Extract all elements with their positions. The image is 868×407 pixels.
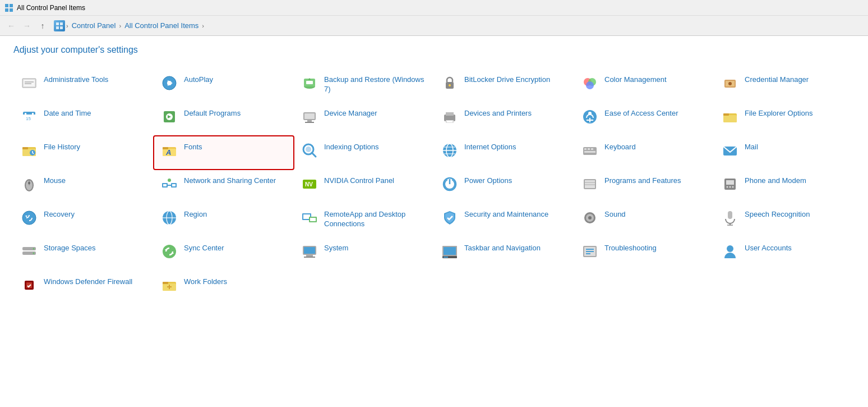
control-item-devices-printers[interactable]: Devices and Printers — [434, 102, 574, 136]
control-item-file-explorer-options[interactable]: File Explorer Options — [714, 102, 855, 136]
power-options-icon — [441, 175, 459, 193]
up-button[interactable]: ↑ — [36, 19, 49, 33]
indexing-options-label: Indexing Options — [324, 143, 379, 152]
nav-bar: ← → ↑ › Control Panel › All Control Pane… — [0, 16, 868, 36]
items-grid: Administrative ToolsAutoPlayBackup and R… — [13, 68, 855, 304]
svg-text:15: 15 — [26, 116, 31, 121]
control-item-storage-spaces[interactable]: Storage Spaces — [13, 237, 154, 271]
credential-manager-label: Credential Manager — [745, 75, 809, 85]
control-item-ease-of-access[interactable]: Ease of Access Center — [574, 102, 714, 136]
control-item-mail[interactable]: Mail — [714, 136, 855, 170]
control-item-autoplay[interactable]: AutoPlay — [154, 68, 294, 102]
svg-rect-78 — [172, 184, 176, 186]
forward-button[interactable]: → — [20, 19, 34, 33]
mail-label: Mail — [745, 143, 758, 152]
svg-point-111 — [33, 248, 35, 250]
credential-manager-icon — [721, 74, 739, 92]
control-item-speech-recognition[interactable]: Speech Recognition — [714, 203, 855, 237]
svg-point-80 — [168, 179, 171, 182]
control-item-taskbar-navigation[interactable]: Taskbar and Navigation — [434, 237, 574, 271]
control-item-date-time[interactable]: 15Date and Time — [13, 102, 154, 136]
windows-defender-label: Windows Defender Firewall — [44, 277, 132, 287]
svg-rect-17 — [306, 81, 313, 84]
control-item-nvidia-control-panel[interactable]: NVNVIDIA Control Panel — [294, 170, 434, 203]
keyboard-icon — [581, 141, 599, 159]
internet-options-icon — [441, 141, 459, 159]
breadcrumb-all-items[interactable]: All Control Panel Items — [122, 20, 201, 31]
color-management-icon — [581, 74, 599, 92]
devices-printers-label: Devices and Printers — [464, 109, 532, 118]
backup-restore-label: Backup and Restore (Windows 7) — [324, 75, 427, 94]
svg-rect-131 — [26, 282, 32, 288]
control-item-work-folders[interactable]: Work Folders — [154, 271, 294, 304]
control-item-region[interactable]: Region — [154, 203, 294, 237]
storage-spaces-label: Storage Spaces — [44, 244, 96, 253]
device-manager-label: Device Manager — [324, 109, 377, 118]
remoteapp-icon — [301, 209, 318, 227]
control-item-security-maintenance[interactable]: Security and Maintenance — [434, 203, 574, 237]
windows-defender-icon — [20, 276, 38, 294]
control-item-programs-features[interactable]: Programs and Features — [574, 170, 714, 203]
svg-text:A: A — [165, 148, 171, 157]
control-item-file-history[interactable]: File History — [13, 136, 154, 170]
control-item-sound[interactable]: Sound — [574, 203, 714, 237]
control-item-bitlocker[interactable]: BitLocker Drive Encryption — [434, 68, 574, 102]
default-programs-label: Default Programs — [184, 109, 241, 118]
autoplay-label: AutoPlay — [184, 75, 213, 85]
control-item-keyboard[interactable]: Keyboard — [574, 136, 714, 170]
control-item-backup-restore[interactable]: Backup and Restore (Windows 7) — [294, 68, 434, 102]
bitlocker-label: BitLocker Drive Encryption — [464, 75, 550, 85]
control-item-network-sharing[interactable]: Network and Sharing Center — [154, 170, 294, 203]
control-item-credential-manager[interactable]: Credential Manager — [714, 68, 855, 102]
backup-restore-icon — [301, 74, 318, 92]
sound-icon — [581, 209, 599, 227]
control-item-user-accounts[interactable]: User Accounts — [714, 237, 855, 271]
back-button[interactable]: ← — [4, 19, 18, 33]
security-maintenance-icon — [441, 209, 459, 227]
work-folders-icon — [160, 276, 178, 294]
fonts-label: Fonts — [184, 143, 202, 152]
work-folders-label: Work Folders — [184, 277, 227, 287]
color-management-label: Color Management — [604, 75, 667, 85]
control-item-device-manager[interactable]: Device Manager — [294, 102, 434, 136]
svg-rect-69 — [584, 151, 595, 153]
control-item-mouse[interactable]: Mouse — [13, 170, 154, 203]
control-item-sync-center[interactable]: Sync Center — [154, 237, 294, 271]
control-item-fonts[interactable]: AFonts — [154, 136, 294, 170]
control-item-remoteapp[interactable]: RemoteApp and Desktop Connections — [294, 203, 434, 237]
keyboard-label: Keyboard — [604, 143, 636, 152]
internet-options-label: Internet Options — [464, 143, 516, 152]
control-item-windows-defender[interactable]: Windows Defender Firewall — [13, 271, 154, 304]
svg-rect-102 — [310, 218, 316, 221]
svg-rect-36 — [307, 120, 312, 122]
breadcrumb-sep-1: › — [66, 22, 68, 29]
svg-rect-41 — [447, 121, 453, 122]
svg-rect-35 — [304, 113, 315, 119]
network-sharing-icon — [160, 175, 178, 193]
svg-point-113 — [163, 245, 176, 258]
device-manager-icon — [301, 108, 318, 126]
ease-of-access-icon — [581, 108, 599, 126]
control-item-power-options[interactable]: Power Options — [434, 170, 574, 203]
control-item-phone-modem[interactable]: Phone and Modem — [714, 170, 855, 203]
breadcrumb-sep-2: › — [119, 22, 121, 29]
svg-point-74 — [28, 182, 30, 184]
breadcrumb-control-panel[interactable]: Control Panel — [70, 20, 118, 31]
control-item-administrative-tools[interactable]: Administrative Tools — [13, 68, 154, 102]
svg-rect-1 — [10, 4, 13, 7]
svg-rect-37 — [305, 122, 314, 123]
main-content: Adjust your computer's settings Administ… — [0, 36, 868, 313]
svg-rect-67 — [588, 148, 590, 150]
svg-rect-3 — [10, 8, 13, 12]
control-item-system[interactable]: System — [294, 237, 434, 271]
control-item-internet-options[interactable]: Internet Options — [434, 136, 574, 170]
control-item-default-programs[interactable]: Default Programs — [154, 102, 294, 136]
control-item-recovery[interactable]: Recovery — [13, 203, 154, 237]
control-item-indexing-options[interactable]: Indexing Options — [294, 136, 434, 170]
control-item-color-management[interactable]: Color Management — [574, 68, 714, 102]
network-sharing-label: Network and Sharing Center — [184, 176, 276, 186]
fonts-icon: A — [160, 141, 178, 159]
nvidia-control-panel-icon: NV — [301, 175, 318, 193]
svg-rect-51 — [22, 147, 28, 149]
control-item-troubleshooting[interactable]: Troubleshooting — [574, 237, 714, 271]
